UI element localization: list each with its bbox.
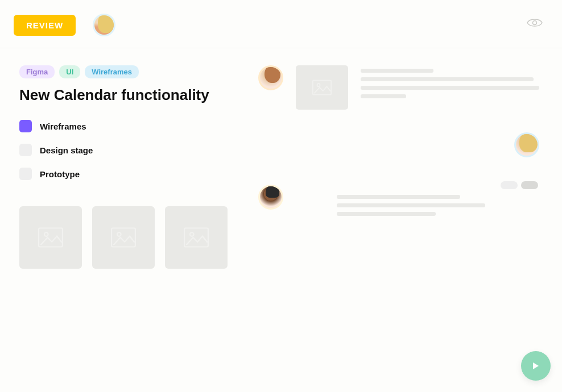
toggle-pill[interactable] [501, 181, 518, 189]
svg-point-2 [44, 232, 48, 236]
activity-text-skeleton [337, 185, 543, 216]
stage-item-prototype[interactable]: Prototype [19, 168, 235, 180]
avatar[interactable] [514, 132, 539, 157]
stage-checkbox-icon [19, 144, 32, 156]
svg-point-4 [117, 232, 121, 236]
stage-item-design[interactable]: Design stage [19, 144, 235, 156]
svg-point-8 [317, 84, 320, 86]
stage-label: Design stage [40, 145, 93, 155]
avatar[interactable] [258, 65, 283, 90]
activity-item [258, 185, 543, 216]
toggle-group[interactable] [501, 181, 538, 189]
activity-thumbnail[interactable] [296, 65, 348, 110]
stage-list: Wireframes Design stage Prototype [19, 120, 235, 180]
review-button[interactable]: REVIEW [14, 15, 76, 36]
thumbnail[interactable] [165, 206, 228, 269]
toggle-pill[interactable] [521, 181, 538, 189]
thumbnail[interactable] [19, 206, 82, 269]
activity-text-skeleton [361, 65, 543, 110]
tag-figma[interactable]: Figma [19, 65, 55, 78]
page-title: New Calendar functionality [19, 86, 235, 104]
stage-label: Wireframes [40, 122, 86, 131]
avatar[interactable] [93, 14, 115, 36]
left-panel: Figma UI Wireframes New Calendar functio… [19, 65, 235, 269]
svg-point-0 [533, 21, 537, 25]
thumbnail-row [19, 206, 235, 269]
stage-checkbox-icon [19, 120, 32, 132]
activity-item [258, 65, 543, 110]
tag-ui[interactable]: UI [59, 65, 80, 78]
activity-item [258, 132, 543, 157]
play-fab[interactable] [521, 351, 551, 381]
avatar[interactable] [258, 185, 283, 210]
tag-row: Figma UI Wireframes [19, 65, 235, 78]
activity-panel [258, 65, 543, 269]
stage-label: Prototype [40, 169, 80, 179]
stage-item-wireframes[interactable]: Wireframes [19, 120, 235, 132]
tag-wireframes[interactable]: Wireframes [85, 65, 139, 78]
thumbnail[interactable] [92, 206, 155, 269]
visibility-icon[interactable] [527, 17, 543, 28]
svg-point-6 [190, 232, 194, 236]
header: REVIEW [0, 0, 562, 48]
stage-checkbox-icon [19, 168, 32, 180]
